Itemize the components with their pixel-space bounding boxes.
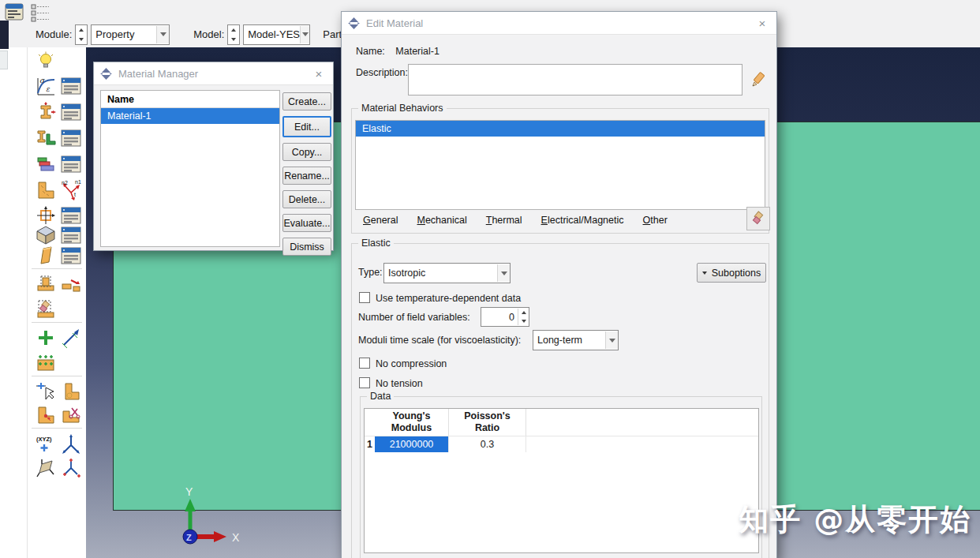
menu-electrical-magnetic[interactable]: Electrical/Magnetic bbox=[541, 215, 624, 226]
material-list[interactable]: Name Material-1 bbox=[100, 90, 280, 247]
axis-z-label: Z bbox=[186, 533, 192, 542]
field-vars-label: Number of field variables: bbox=[358, 312, 470, 323]
close-icon[interactable]: × bbox=[311, 67, 327, 81]
edit-material-dialog: Edit Material × Name: Material-1 Descrip… bbox=[341, 11, 777, 558]
name-row: Name: Material-1 bbox=[356, 46, 440, 57]
chevron-down-icon[interactable] bbox=[300, 26, 309, 43]
section-manager-icon[interactable] bbox=[60, 101, 82, 123]
l-scissors-icon[interactable] bbox=[60, 404, 82, 426]
axis-y-label: Y bbox=[185, 485, 193, 498]
create-profile-icon[interactable] bbox=[35, 127, 57, 149]
model-label: Model: bbox=[193, 28, 224, 40]
split-block-icon[interactable] bbox=[60, 273, 82, 295]
beam-orientation-icon[interactable] bbox=[35, 204, 57, 227]
beam-manager-icon[interactable] bbox=[60, 204, 82, 227]
skin-plane-icon[interactable] bbox=[35, 245, 57, 267]
temp-dependent-checkbox[interactable] bbox=[359, 292, 370, 303]
datum-csys-icon[interactable] bbox=[60, 456, 82, 478]
edit-material-titlebar[interactable]: Edit Material × bbox=[342, 12, 776, 35]
toolbox-separator bbox=[32, 322, 82, 323]
rename-button[interactable]: Rename... bbox=[282, 167, 331, 185]
behavior-list-item[interactable]: Elastic bbox=[356, 121, 765, 137]
data-table[interactable]: Young'sModulusPoisson'sRatio 1210000000.… bbox=[364, 408, 759, 553]
watermark: 知乎 @从零开始 bbox=[739, 500, 971, 540]
cursor-plus-icon[interactable] bbox=[35, 380, 57, 403]
table-row[interactable]: 1210000000.3 bbox=[365, 436, 758, 452]
assign-section-icon[interactable] bbox=[35, 273, 57, 295]
svg-text:n1: n1 bbox=[75, 180, 81, 185]
l-corner-icon[interactable] bbox=[60, 380, 82, 403]
datum-arrow-icon[interactable] bbox=[60, 327, 82, 349]
description-input[interactable] bbox=[408, 64, 742, 95]
module-select[interactable]: Property bbox=[91, 24, 170, 45]
no-tension-checkbox[interactable] bbox=[359, 377, 370, 388]
edit-button[interactable]: Edit... bbox=[282, 116, 331, 137]
solid-cube-icon[interactable] bbox=[35, 224, 57, 246]
green-plus-icon[interactable] bbox=[35, 327, 57, 349]
moduli-select[interactable]: Long-term bbox=[533, 330, 619, 350]
behaviors-list[interactable]: Elastic bbox=[355, 120, 765, 210]
elastic-group: Elastic Type: Isotropic Suboptions Use t… bbox=[351, 243, 769, 558]
material-manager-titlebar[interactable]: Material Manager × bbox=[94, 62, 333, 85]
no-compression-row[interactable]: No compression bbox=[359, 358, 447, 369]
model-tree-icon[interactable] bbox=[30, 2, 50, 23]
toolbox-divider bbox=[27, 47, 28, 558]
cube-manager-icon[interactable] bbox=[60, 224, 82, 246]
datum-plane-icon[interactable] bbox=[35, 456, 57, 478]
type-select[interactable]: Isotropic bbox=[383, 263, 511, 283]
clipped-toolbar-icon bbox=[0, 51, 8, 69]
menu-general[interactable]: General bbox=[363, 215, 398, 226]
close-icon[interactable]: × bbox=[754, 17, 770, 30]
l-bracket-icon[interactable] bbox=[35, 179, 57, 201]
dialog-title: Material Manager bbox=[118, 68, 198, 80]
light-bulb-icon[interactable] bbox=[35, 51, 57, 73]
no-tension-row[interactable]: No tension bbox=[359, 377, 423, 389]
create-section-icon[interactable] bbox=[35, 101, 57, 123]
eraser-icon[interactable] bbox=[746, 207, 770, 230]
suboptions-button[interactable]: Suboptions bbox=[697, 263, 766, 283]
menu-mechanical[interactable]: Mechanical bbox=[417, 215, 466, 226]
material-list-item[interactable]: Material-1 bbox=[101, 108, 279, 124]
pencil-icon[interactable] bbox=[747, 69, 769, 91]
profile-manager-icon[interactable] bbox=[60, 127, 82, 149]
eraser-block-icon[interactable] bbox=[35, 298, 57, 320]
material-manager-dialog: Material Manager × Name Material-1 Creat… bbox=[93, 62, 334, 251]
abaqus-dialog-icon bbox=[348, 17, 360, 29]
chevron-down-icon[interactable] bbox=[605, 331, 618, 349]
menu-thermal[interactable]: Thermal bbox=[486, 215, 522, 226]
chevron-down-icon[interactable] bbox=[156, 26, 169, 43]
datum-axis-icon[interactable] bbox=[60, 433, 82, 455]
young-modulus-cell[interactable]: 21000000 bbox=[375, 436, 449, 452]
svg-text:(XYZ): (XYZ) bbox=[36, 436, 52, 443]
material-orientation-icon[interactable]: n2n1t bbox=[60, 179, 82, 201]
l-section-icon[interactable] bbox=[35, 404, 57, 426]
create-material-icon[interactable]: σε bbox=[35, 75, 57, 97]
dismiss-button[interactable]: Dismiss bbox=[282, 238, 331, 256]
create-button[interactable]: Create... bbox=[282, 92, 331, 110]
delete-button[interactable]: Delete... bbox=[282, 190, 331, 208]
type-label: Type: bbox=[358, 267, 383, 278]
layup-manager-icon[interactable] bbox=[60, 153, 82, 175]
toolbox-separator bbox=[32, 376, 82, 376]
menu-other[interactable]: Other bbox=[643, 215, 668, 226]
poisson-ratio-cell[interactable]: 0.3 bbox=[449, 436, 526, 452]
no-compression-checkbox[interactable] bbox=[359, 358, 370, 369]
model-select[interactable]: Model-YES bbox=[243, 24, 310, 45]
arrow-down-icon bbox=[702, 272, 707, 275]
temp-dependent-row[interactable]: Use temperature-dependent data bbox=[359, 292, 521, 304]
model-spinner[interactable] bbox=[227, 24, 240, 45]
create-layup-icon[interactable] bbox=[35, 153, 57, 175]
toolbox-separator bbox=[32, 428, 82, 429]
data-group: Data Young'sModulusPoisson'sRatio 121000… bbox=[360, 396, 762, 558]
field-vars-stepper[interactable]: 0 bbox=[481, 307, 529, 327]
seeded-block-icon[interactable] bbox=[35, 352, 57, 374]
evaluate-button[interactable]: Evaluate... bbox=[282, 214, 331, 232]
module-label: Module: bbox=[36, 28, 72, 40]
material-manager-icon[interactable] bbox=[60, 75, 82, 97]
chevron-down-icon[interactable] bbox=[497, 264, 510, 282]
copy-button[interactable]: Copy... bbox=[282, 143, 331, 161]
xyz-point-icon[interactable]: (XYZ) bbox=[35, 433, 57, 455]
module-spinner[interactable] bbox=[75, 24, 88, 45]
skin-manager-icon[interactable] bbox=[60, 245, 82, 267]
manager-buttons: Create...Edit...Copy...Rename...Delete..… bbox=[282, 92, 331, 256]
